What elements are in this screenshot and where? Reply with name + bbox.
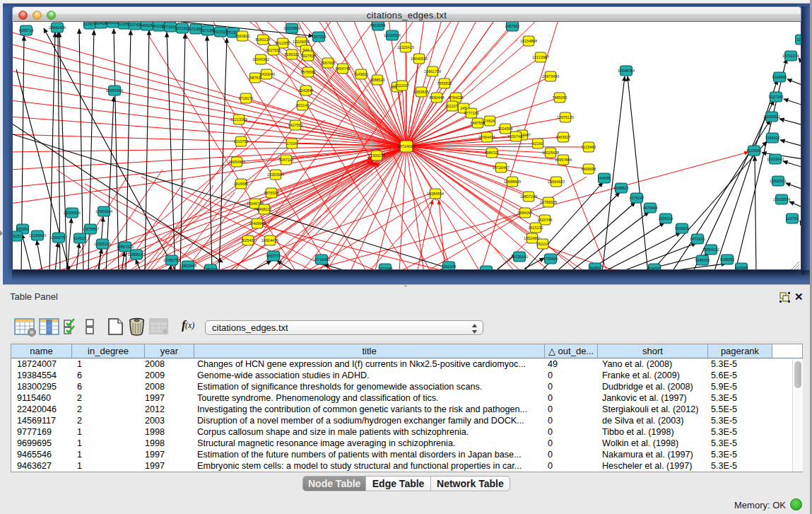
svg-text:8186323: 8186323 [285, 52, 300, 57]
svg-text:9115460: 9115460 [582, 145, 596, 149]
svg-text:9245052: 9245052 [720, 257, 735, 262]
svg-text:252214: 252214 [536, 242, 549, 246]
svg-text:12156829: 12156829 [29, 233, 46, 238]
svg-text:2718176: 2718176 [239, 96, 254, 100]
svg-text:74626: 74626 [485, 119, 495, 123]
svg-text:1282344: 1282344 [204, 267, 218, 269]
svg-text:7632621: 7632621 [675, 226, 690, 230]
svg-text:10307487: 10307487 [507, 134, 524, 139]
svg-text:98763: 98763 [250, 76, 261, 80]
svg-text:7986322: 7986322 [485, 151, 500, 155]
svg-text:14957884: 14957884 [555, 158, 572, 162]
svg-text:116753: 116753 [786, 216, 799, 221]
svg-text:12975125: 12975125 [557, 115, 574, 119]
svg-text:9777169: 9777169 [464, 111, 479, 115]
svg-text:8912955: 8912955 [276, 41, 290, 45]
svg-text:10025438: 10025438 [542, 151, 559, 155]
svg-text:9329966: 9329966 [772, 75, 787, 79]
svg-text:25053346: 25053346 [106, 88, 123, 93]
svg-text:6497568: 6497568 [471, 121, 486, 125]
svg-text:12942757: 12942757 [50, 235, 67, 240]
svg-text:16961758: 16961758 [424, 69, 441, 74]
svg-text:18640910: 18640910 [411, 57, 428, 61]
svg-text:6179197: 6179197 [630, 196, 645, 200]
svg-text:9463627: 9463627 [556, 135, 571, 139]
svg-text:15720407: 15720407 [493, 165, 510, 170]
svg-text:8471626: 8471626 [690, 237, 705, 241]
svg-text:1010753: 1010753 [234, 139, 249, 144]
svg-text:10210643: 10210643 [767, 157, 784, 161]
svg-text:1733426: 1733426 [543, 257, 558, 261]
svg-text:7357224: 7357224 [312, 35, 326, 39]
svg-text:12213967: 12213967 [532, 55, 549, 59]
svg-text:1371648: 1371648 [378, 267, 393, 269]
svg-text:12213369: 12213369 [230, 117, 247, 122]
svg-text:9242848: 9242848 [299, 88, 314, 93]
svg-text:(x): (x) [185, 320, 194, 330]
svg-text:9427552: 9427552 [288, 123, 303, 127]
svg-text:14136141: 14136141 [511, 255, 528, 259]
svg-text:114519: 114519 [73, 236, 86, 240]
svg-text:1322037: 1322037 [395, 83, 410, 88]
svg-text:924505: 924505 [648, 267, 661, 269]
svg-text:13226058: 13226058 [293, 40, 310, 44]
svg-text:1362615: 1362615 [414, 90, 429, 94]
svg-text:803144: 803144 [296, 103, 309, 107]
svg-text:835061: 835061 [16, 227, 29, 231]
svg-text:3267110: 3267110 [279, 158, 294, 162]
svg-text:8938923: 8938923 [614, 186, 629, 190]
svg-text:12505115: 12505115 [94, 242, 111, 246]
svg-text:20364436: 20364436 [478, 135, 495, 139]
svg-text:4055714: 4055714 [19, 28, 34, 33]
svg-text:16648784: 16648784 [618, 69, 635, 73]
svg-text:9149821: 9149821 [354, 72, 369, 76]
svg-text:15409948: 15409948 [249, 221, 266, 226]
svg-text:19654923: 19654923 [548, 180, 565, 184]
svg-text:3498222: 3498222 [257, 207, 272, 211]
svg-text:2967608: 2967608 [321, 61, 336, 65]
svg-text:9684067: 9684067 [518, 211, 533, 215]
svg-text:7485063: 7485063 [553, 95, 567, 100]
svg-text:5878334: 5878334 [264, 191, 279, 195]
svg-text:20691406: 20691406 [49, 25, 66, 30]
svg-text:19218506: 19218506 [384, 33, 401, 37]
svg-text:15716485: 15716485 [313, 257, 330, 262]
svg-text:1916685: 1916685 [234, 182, 249, 186]
svg-text:10688609: 10688609 [504, 180, 521, 184]
svg-text:18807249: 18807249 [520, 194, 537, 199]
svg-text:9227342: 9227342 [769, 95, 784, 99]
svg-text:7625402: 7625402 [241, 238, 256, 243]
svg-text:1621072: 1621072 [445, 104, 460, 108]
svg-text:1615132: 1615132 [529, 226, 543, 230]
svg-text:9699695: 9699695 [582, 167, 596, 171]
svg-text:10975857: 10975857 [82, 227, 99, 231]
svg-text:11325419: 11325419 [397, 45, 414, 49]
svg-text:1620746: 1620746 [538, 218, 553, 222]
svg-text:9657771: 9657771 [266, 254, 281, 258]
svg-text:10756928: 10756928 [540, 200, 557, 204]
svg-text:15353584: 15353584 [267, 173, 284, 177]
svg-text:16782759: 16782759 [163, 258, 180, 262]
svg-text:8160124: 8160124 [256, 37, 271, 42]
svg-text:10654983: 10654983 [228, 160, 245, 164]
svg-text:164095: 164095 [598, 176, 611, 180]
svg-text:15751074: 15751074 [782, 54, 799, 58]
svg-text:10958147: 10958147 [128, 252, 145, 257]
svg-text:8576565: 8576565 [301, 70, 316, 74]
svg-text:9474444: 9474444 [643, 206, 658, 210]
svg-text:8454749: 8454749 [336, 66, 351, 71]
svg-text:11171: 11171 [796, 37, 801, 42]
svg-text:8215955: 8215955 [747, 148, 762, 153]
svg-text:924505: 924505 [735, 266, 748, 269]
svg-text:7663822: 7663822 [235, 34, 250, 38]
svg-text:1292344: 1292344 [442, 264, 457, 269]
svg-text:20206516: 20206516 [64, 211, 81, 215]
svg-text:9231: 9231 [482, 269, 490, 269]
svg-text:12823448: 12823448 [180, 264, 196, 268]
svg-text:9245052: 9245052 [695, 258, 710, 262]
svg-text:16543362: 16543362 [252, 57, 269, 62]
svg-text:10973493: 10973493 [542, 74, 559, 78]
svg-text:19384554: 19384554 [427, 192, 444, 196]
svg-text:2687682: 2687682 [505, 24, 520, 28]
svg-text:8990448: 8990448 [430, 95, 445, 100]
